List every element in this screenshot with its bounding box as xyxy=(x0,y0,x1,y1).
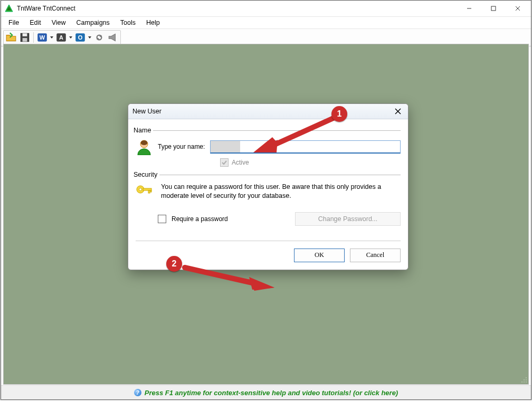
announce-icon[interactable] xyxy=(107,31,119,44)
menubar: File Edit View Campaigns Tools Help xyxy=(1,17,531,29)
annotation-badge-1: 1 xyxy=(331,106,347,122)
svg-point-21 xyxy=(524,379,525,380)
help-icon: ? xyxy=(134,389,141,396)
close-button[interactable] xyxy=(506,1,530,16)
require-password-checkbox[interactable] xyxy=(158,215,166,223)
status-help-link[interactable]: Press F1 anytime for context-sensitive h… xyxy=(145,389,398,397)
svg-rect-33 xyxy=(150,190,151,192)
require-password-label: Require a password xyxy=(172,215,228,223)
svg-point-23 xyxy=(521,381,522,383)
word-dropdown[interactable] xyxy=(50,36,54,39)
open-icon[interactable] xyxy=(5,31,17,44)
svg-rect-3 xyxy=(491,6,496,11)
maximize-button[interactable] xyxy=(481,1,506,16)
svg-point-22 xyxy=(526,379,527,380)
svg-rect-8 xyxy=(23,38,27,42)
dialog-title: New User xyxy=(132,108,392,115)
contacts-dropdown[interactable] xyxy=(69,36,73,39)
menu-view[interactable]: View xyxy=(46,17,71,28)
svg-marker-14 xyxy=(69,36,72,39)
active-checkbox xyxy=(220,158,229,167)
dialog-close-button[interactable] xyxy=(392,106,404,117)
active-label: Active xyxy=(232,159,249,166)
titlebar: TntWare TntConnect xyxy=(1,1,531,17)
minimize-button[interactable] xyxy=(457,1,481,16)
word-icon[interactable]: W xyxy=(36,31,49,44)
name-label: Type your name: xyxy=(158,143,205,150)
ok-button[interactable]: OK xyxy=(294,249,345,262)
svg-point-25 xyxy=(526,381,527,383)
contacts-icon[interactable]: A xyxy=(55,31,68,44)
toolbar-separator xyxy=(33,32,34,43)
svg-marker-17 xyxy=(88,36,91,39)
svg-text:A: A xyxy=(59,34,63,41)
menu-edit[interactable]: Edit xyxy=(24,17,46,28)
user-icon xyxy=(136,138,153,155)
outlook-dropdown[interactable] xyxy=(88,36,92,39)
svg-point-30 xyxy=(139,188,142,191)
svg-rect-32 xyxy=(148,190,150,193)
outlook-icon[interactable]: O xyxy=(74,31,87,44)
menu-campaigns[interactable]: Campaigns xyxy=(71,17,115,28)
security-group: Security You can require a password for … xyxy=(136,171,401,226)
dialog-separator xyxy=(136,241,401,241)
svg-point-20 xyxy=(526,377,527,378)
toolbar-group: W A O xyxy=(3,30,121,45)
name-input[interactable] xyxy=(210,140,401,154)
save-icon[interactable] xyxy=(18,31,31,44)
security-text: You can require a password for this user… xyxy=(161,183,401,200)
dialog-body: Name Type your name: Active Security xyxy=(128,119,408,249)
cancel-button[interactable]: Cancel xyxy=(350,249,401,262)
app-icon xyxy=(4,4,14,13)
svg-rect-31 xyxy=(143,188,151,190)
svg-marker-11 xyxy=(50,36,53,39)
menu-file[interactable]: File xyxy=(3,17,24,28)
statusbar: ? Press F1 anytime for context-sensitive… xyxy=(1,385,531,399)
svg-text:O: O xyxy=(78,34,83,41)
window-buttons xyxy=(457,1,530,16)
key-icon xyxy=(136,183,153,199)
annotation-badge-2: 2 xyxy=(166,256,182,272)
menu-help[interactable]: Help xyxy=(141,17,165,28)
resize-grip-icon xyxy=(520,376,527,383)
name-group: Name Type your name: Active xyxy=(136,127,401,167)
sync-icon[interactable] xyxy=(93,31,106,44)
app-title: TntWare TntConnect xyxy=(17,5,457,12)
svg-rect-7 xyxy=(23,33,27,36)
app-window: TntWare TntConnect File Edit View Campai… xyxy=(1,0,531,400)
security-group-label: Security xyxy=(134,171,159,178)
svg-text:W: W xyxy=(40,34,45,41)
svg-point-24 xyxy=(524,381,525,383)
name-group-label: Name xyxy=(134,127,153,134)
change-password-button: Change Password... xyxy=(295,212,401,226)
new-user-dialog: New User Name Type your name: xyxy=(128,103,408,270)
menu-tools[interactable]: Tools xyxy=(115,17,141,28)
dialog-titlebar[interactable]: New User xyxy=(128,104,408,119)
